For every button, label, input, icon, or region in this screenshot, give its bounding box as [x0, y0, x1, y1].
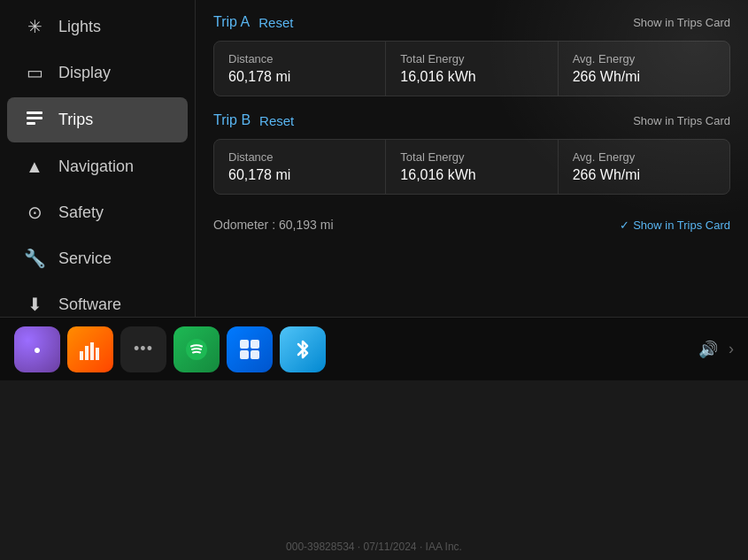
sidebar-item-lights[interactable]: ✳ Lights: [7, 5, 188, 48]
app-icon-dots[interactable]: •••: [120, 326, 166, 372]
app-icon-bluetooth[interactable]: [280, 326, 326, 372]
navigation-icon: ▲: [23, 157, 46, 177]
trip-a-avg-label: Avg. Energy: [573, 52, 715, 65]
trip-b-show-card-button[interactable]: Show in Trips Card: [633, 114, 730, 127]
bottom-area: 000-39828534 · 07/11/2024 · IAA Inc.: [0, 380, 748, 560]
trip-a-energy: Total Energy 16,016 kWh: [386, 42, 558, 96]
lights-icon: ✳: [23, 16, 46, 37]
app-icon-energy[interactable]: [67, 326, 113, 372]
odometer-show-card-button[interactable]: ✓ Show in Trips Card: [620, 219, 730, 232]
sidebar-item-software-label: Software: [58, 295, 121, 314]
volume-control[interactable]: 🔊: [698, 340, 718, 359]
trip-b-energy-label: Total Energy: [400, 150, 543, 164]
app1-icon: ●: [34, 342, 41, 357]
trip-b-distance-label: Distance: [228, 150, 371, 164]
software-icon: ⬇: [23, 294, 46, 315]
sidebar-item-display[interactable]: ▭ Display: [7, 51, 188, 94]
service-icon: 🔧: [23, 248, 46, 269]
sidebar-item-trips[interactable]: Trips: [7, 97, 188, 142]
sidebar-item-service[interactable]: 🔧 Service: [7, 237, 188, 280]
trip-a-show-card-button[interactable]: Show in Trips Card: [633, 16, 730, 29]
svg-rect-8: [240, 340, 249, 349]
sidebar-item-lights-label: Lights: [58, 18, 101, 36]
trip-b-label: Trip B: [213, 112, 251, 128]
app-icon-1[interactable]: ●: [14, 326, 60, 372]
display-icon: ▭: [23, 62, 46, 83]
trip-b-distance-value: 60,178 mi: [228, 167, 371, 183]
odometer-row: Odometer : 60,193 mi ✓ Show in Trips Car…: [213, 211, 730, 239]
svg-rect-2: [27, 122, 35, 125]
svg-rect-10: [240, 350, 249, 359]
trip-b-avg-value: 266 Wh/mi: [573, 167, 715, 183]
trip-a-show-card-label: Show in Trips Card: [633, 16, 730, 29]
trip-b-energy: Total Energy 16,016 kWh: [386, 140, 558, 194]
trip-a-distance-value: 60,178 mi: [228, 69, 371, 85]
trip-b-reset-button[interactable]: Reset: [259, 113, 294, 128]
sidebar-item-navigation-label: Navigation: [58, 157, 134, 176]
trip-a-header: Trip A Reset Show in Trips Card: [213, 14, 730, 30]
svg-rect-11: [251, 350, 259, 359]
trip-b-header: Trip B Reset Show in Trips Card: [213, 112, 730, 128]
spotify-icon: [184, 337, 209, 362]
svg-rect-6: [96, 348, 99, 360]
trip-a-energy-value: 16,016 kWh: [400, 69, 543, 85]
trips-icon: [23, 108, 46, 132]
app-icon-grid[interactable]: [227, 326, 273, 372]
volume-icon: 🔊: [698, 340, 718, 359]
checkmark-icon: ✓: [620, 219, 629, 232]
bluetooth-icon: [293, 337, 312, 362]
svg-rect-5: [90, 342, 94, 360]
trip-b-avg-energy: Avg. Energy 266 Wh/mi: [559, 140, 729, 194]
trip-a-label: Trip A: [213, 14, 250, 30]
odometer-label: Odometer :: [213, 218, 275, 232]
app-icon-spotify[interactable]: [174, 326, 220, 372]
svg-rect-3: [80, 351, 83, 360]
trip-a-section: Trip A Reset Show in Trips Card Distance…: [213, 14, 730, 96]
trip-b-section: Trip B Reset Show in Trips Card Distance…: [213, 112, 730, 195]
odometer-show-label: Show in Trips Card: [633, 219, 730, 232]
svg-rect-9: [251, 340, 259, 349]
sidebar-item-display-label: Display: [58, 64, 111, 82]
trip-b-distance: Distance 60,178 mi: [214, 140, 386, 194]
chevron-right-icon[interactable]: ›: [729, 340, 734, 358]
trip-b-energy-value: 16,016 kWh: [400, 167, 543, 183]
trip-a-avg-energy: Avg. Energy 266 Wh/mi: [559, 42, 729, 96]
sidebar-item-safety-label: Safety: [58, 203, 104, 222]
trip-a-stats: Distance 60,178 mi Total Energy 16,016 k…: [213, 41, 730, 96]
safety-icon: ⊙: [23, 202, 46, 223]
trip-a-reset-button[interactable]: Reset: [258, 15, 293, 30]
sidebar-item-navigation[interactable]: ▲ Navigation: [7, 146, 188, 188]
watermark: 000-39828534 · 07/11/2024 · IAA Inc.: [286, 541, 462, 553]
svg-rect-1: [27, 117, 42, 119]
grid-icon: [238, 338, 261, 361]
trip-b-stats: Distance 60,178 mi Total Energy 16,016 k…: [213, 139, 730, 195]
svg-rect-4: [85, 346, 89, 360]
taskbar: ● ••• 🔊: [0, 317, 748, 380]
sidebar-item-safety[interactable]: ⊙ Safety: [7, 191, 188, 234]
sidebar-item-service-label: Service: [58, 249, 112, 268]
trip-b-show-card-label: Show in Trips Card: [633, 114, 730, 127]
trip-a-distance: Distance 60,178 mi: [214, 42, 386, 96]
trip-a-energy-label: Total Energy: [400, 52, 543, 65]
svg-rect-0: [27, 111, 42, 114]
energy-chart-icon: [78, 337, 103, 362]
trip-a-distance-label: Distance: [228, 52, 371, 65]
odometer-value: 60,193 mi: [279, 218, 333, 232]
trip-a-avg-value: 266 Wh/mi: [573, 69, 715, 85]
trip-b-avg-label: Avg. Energy: [573, 150, 715, 164]
sidebar-item-trips-label: Trips: [58, 111, 93, 129]
dots-icon: •••: [134, 340, 153, 358]
